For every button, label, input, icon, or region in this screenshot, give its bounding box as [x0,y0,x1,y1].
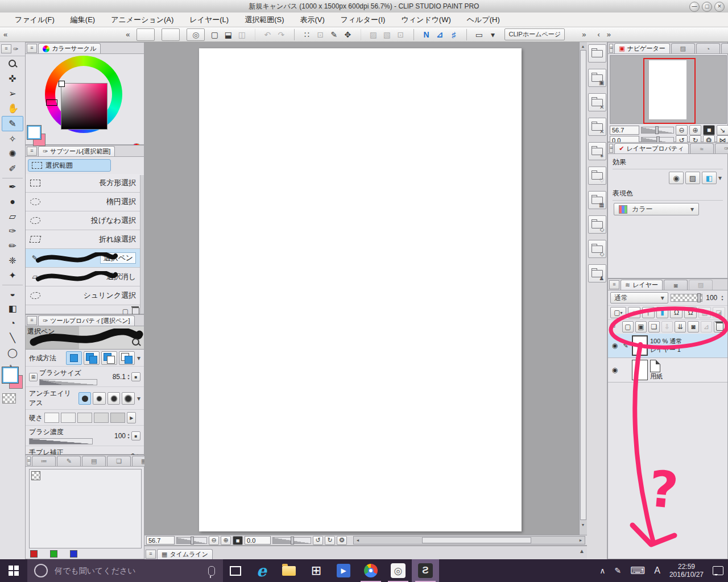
layer-row-paper[interactable]: ◉ 用紙 [608,358,727,383]
subtool-lasso-select[interactable]: 投げなわ選択 [26,211,144,230]
cortana-search-box[interactable] [27,559,223,582]
tab-palette-3[interactable]: ▤ [82,456,106,466]
nav-fit-screen-button[interactable]: ↘ [717,125,728,135]
tray-chevron-icon[interactable]: ∧ [595,559,610,582]
scroll-down-icon[interactable]: ▼ [580,521,586,528]
canvas-rotate-reset-button[interactable]: ❂ [337,536,347,545]
tab-tone-settings[interactable]: ≈ [690,143,714,153]
layer-color-button[interactable]: ◧ [702,172,717,184]
menu-item[interactable]: ファイル(F) [7,15,63,25]
opacity-slider[interactable] [671,294,703,302]
material-effect-folder[interactable]: ✶ [588,142,606,160]
touch-keyboard-icon[interactable]: ⌨ [626,559,650,582]
tab-subview[interactable]: ▨ [671,43,695,53]
tab-layer-search[interactable]: ◙ [664,280,688,290]
transparent-color-chip[interactable] [31,471,40,480]
crop-button[interactable]: ⊡ [394,29,407,40]
deselect-button[interactable]: ⊡ [314,29,326,40]
tab-palette-1[interactable]: ≔ [32,456,56,466]
scroll-left-icon[interactable]: ◄ [354,537,361,543]
search-input[interactable] [53,566,202,576]
material-3d-folder[interactable]: ◇ [588,215,606,234]
border-effect-button[interactable]: ◉ [669,172,684,184]
hardness-4[interactable] [94,413,109,423]
nav-zoom-in-button[interactable]: ⊕ [689,125,701,135]
clock[interactable]: 22:59 2016/10/27 [665,563,708,579]
airbrush-tool[interactable]: ✏ [2,239,23,253]
auto-select-tool[interactable]: ✧ [2,132,23,146]
subtool-erase-selection[interactable]: ▱ 選択消し [26,268,144,286]
canvas-zoom-in-button[interactable]: ⊕ [221,536,231,545]
taskbar-explorer-button[interactable] [275,559,303,582]
delete-layer-button[interactable] [714,321,725,332]
gradient-tool[interactable]: ◧ [2,301,23,315]
ruler-show-button[interactable]: ◪ [713,307,725,318]
hue-cursor[interactable] [46,99,57,106]
taskbar-clip-studio-button[interactable]: ◎ [384,559,412,582]
canvas-rotate-left-button[interactable]: ↺ [313,536,323,545]
select-source-button[interactable]: ◌ [628,307,640,318]
mask-enable-button[interactable]: ▨ [698,307,711,318]
panel-menu-icon[interactable]: ≡ [1,44,11,53]
vertical-scroll-thumb[interactable] [580,50,586,520]
snap-grid-button[interactable]: ♯ [447,29,460,40]
undo-button[interactable]: ↶ [255,29,274,40]
redo-button[interactable]: ↷ [275,29,287,40]
material-image-folder[interactable]: ▣ [588,69,606,87]
collapse-right2-icon[interactable]: ‹ [594,30,603,39]
hardness-more-button[interactable]: ▶ [127,412,136,423]
transparent-color-swatch[interactable] [2,393,16,404]
tab-layer-property[interactable]: ✔ レイヤープロパティ [614,143,688,153]
paper-thumbnail[interactable] [632,360,648,380]
tab-information[interactable]: ⓘ [721,43,728,53]
subtool-polyline-select[interactable]: 折れ線選択 [26,230,144,249]
canvas-zoom-value[interactable]: 56.7 [146,536,175,544]
task-view-button[interactable] [223,559,248,582]
snap-ruler-button[interactable]: N [413,29,432,40]
expression-color-combo[interactable]: カラー ▾ [614,203,699,215]
navigator-zoom-slider[interactable] [641,127,674,134]
layer-row[interactable]: ◉ ✎ 100 % 通常 レイヤー 1 [608,334,727,358]
method-dropdown-icon[interactable]: ▾ [137,354,140,362]
panel-menu-icon[interactable]: ≡ [609,44,613,53]
panel-menu-icon[interactable]: ≡ [27,44,37,53]
select-area-button[interactable]: ∷ [294,29,313,40]
selection-tool[interactable]: ✎ [2,116,23,131]
material-unavailable-folder-1[interactable]: ✕ [588,93,606,111]
tone-effect-button[interactable]: ▨ [685,172,700,184]
canvas-rotate-slider[interactable] [272,537,311,544]
green-chip[interactable] [50,550,57,558]
aa-dropdown-icon[interactable]: ▾ [137,394,140,402]
hardness-2[interactable] [61,413,76,423]
material-pose-folder[interactable]: ♟ [588,264,606,282]
flip-horizontal-button[interactable]: ▨ [361,29,379,40]
tab-layer[interactable]: ≋ レイヤー [621,280,663,290]
method-new-button[interactable] [66,351,82,365]
pin-layer-button[interactable]: † [642,307,655,318]
subtool-scrollbar[interactable] [140,175,144,314]
subtool-ellipse-select[interactable]: 楕円選択 [26,193,144,211]
snap-special-ruler-button[interactable]: ⊿ [433,29,446,40]
eyedropper-tool[interactable]: ✐ [2,161,23,176]
canvas-page[interactable] [199,48,522,531]
panel-menu-icon[interactable]: ≡ [27,316,37,325]
menu-item[interactable]: 編集(E) [63,15,103,25]
balloon-tool[interactable]: ◯ [2,346,23,360]
scroll-up-icon[interactable]: ▲ [580,43,586,49]
flip-vertical-button[interactable]: ▧ [380,29,393,40]
nav-fit-button[interactable]: ■ [703,125,715,135]
vertical-scrollbar[interactable]: ▲ ▼ [579,42,587,535]
pen-tool[interactable]: ✒ [2,178,23,194]
opacity-spinner[interactable]: ▴▾ [719,294,725,301]
decoration-ray-tool[interactable]: ✺ [2,147,23,161]
timeline-collapse-icon[interactable]: ▲ [579,548,585,554]
panel-menu-icon[interactable]: ≡ [609,144,613,153]
save-button[interactable]: ◫ [235,29,248,40]
layer-mask-button[interactable]: ◙ [688,321,699,332]
sv-cursor[interactable] [59,81,65,87]
menu-item[interactable]: 選択範囲(S) [237,15,292,25]
brush-size-option-button[interactable]: ■ [131,372,140,381]
blue-chip[interactable] [70,550,77,558]
canvas-zoom-slider[interactable] [176,537,207,544]
transform-button[interactable]: ✥ [341,29,354,40]
